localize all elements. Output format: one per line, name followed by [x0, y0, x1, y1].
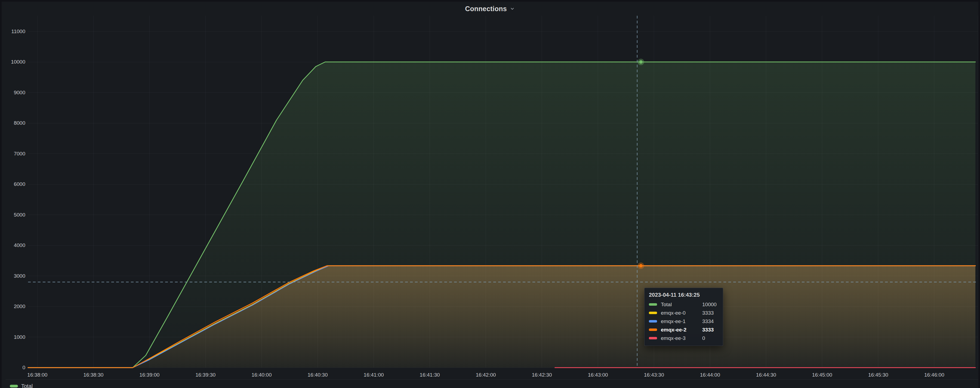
x-axis-tick-16:44:30: 16:44:30 — [743, 372, 789, 378]
x-axis-tick-16:42:00: 16:42:00 — [463, 372, 509, 378]
dashboard-gutter-left — [0, 0, 2, 388]
x-axis-tick-16:44:00: 16:44:00 — [687, 372, 733, 378]
y-axis-tick-2000: 2000 — [0, 303, 25, 310]
chart-canvas[interactable] — [0, 0, 980, 388]
tooltip-series-value: 3333 — [702, 327, 719, 333]
x-axis-tick-16:45:30: 16:45:30 — [855, 372, 901, 378]
tooltip-series-swatch — [649, 328, 657, 331]
time-series-chart[interactable]: 0100020003000400050006000700080009000100… — [0, 0, 980, 388]
y-axis-tick-0: 0 — [0, 364, 25, 371]
x-axis-tick-16:43:00: 16:43:00 — [575, 372, 621, 378]
legend-separator — [5, 379, 980, 380]
tooltip-series-label: emqx-ee-0 — [661, 310, 696, 316]
legend-label: Total — [21, 383, 33, 388]
legend: Total — [10, 382, 33, 388]
x-axis-tick-16:39:30: 16:39:30 — [182, 372, 229, 378]
tooltip-series-value: 10000 — [702, 302, 719, 307]
y-axis-tick-3000: 3000 — [0, 273, 25, 279]
tooltip-series-swatch — [649, 312, 657, 314]
y-axis-tick-1000: 1000 — [0, 334, 25, 340]
tooltip-row-Total: Total10000 — [649, 300, 719, 309]
x-axis-tick-16:40:00: 16:40:00 — [238, 372, 285, 378]
tooltip: 2023-04-11 16:43:25 Total10000emqx-ee-03… — [644, 288, 723, 346]
y-axis-tick-5000: 5000 — [0, 212, 25, 218]
legend-item-total[interactable]: Total — [10, 383, 33, 388]
dashboard-gutter-right — [978, 0, 980, 388]
tooltip-timestamp: 2023-04-11 16:43:25 — [649, 292, 719, 298]
dashboard-gutter-top — [0, 0, 980, 2]
x-axis-tick-16:45:00: 16:45:00 — [799, 372, 845, 378]
y-axis-tick-9000: 9000 — [0, 89, 25, 96]
x-axis-tick-16:46:00: 16:46:00 — [911, 372, 958, 378]
x-axis-tick-16:38:00: 16:38:00 — [14, 372, 60, 378]
tooltip-row-emqx-ee-0: emqx-ee-03333 — [649, 309, 719, 317]
panel-title[interactable]: Connections — [465, 5, 507, 13]
tooltip-series-list: Total10000emqx-ee-03333emqx-ee-13334emqx… — [649, 300, 719, 342]
y-axis-tick-11000: 11000 — [0, 28, 25, 35]
x-axis-tick-16:41:30: 16:41:30 — [407, 372, 453, 378]
tooltip-series-label: emqx-ee-3 — [661, 335, 696, 341]
chevron-down-icon[interactable] — [509, 6, 515, 11]
tooltip-series-value: 3334 — [702, 318, 719, 325]
tooltip-series-value: 0 — [702, 335, 719, 341]
y-axis-tick-6000: 6000 — [0, 181, 25, 187]
legend-swatch — [10, 385, 18, 388]
y-axis-tick-10000: 10000 — [0, 59, 25, 65]
tooltip-row-emqx-ee-2: emqx-ee-23333 — [649, 326, 719, 334]
tooltip-series-label: emqx-ee-2 — [661, 327, 696, 333]
y-axis-tick-8000: 8000 — [0, 120, 25, 126]
x-axis-tick-16:39:00: 16:39:00 — [126, 372, 172, 378]
x-axis-tick-16:43:30: 16:43:30 — [631, 372, 677, 378]
tooltip-series-swatch — [649, 337, 657, 339]
grafana-panel: 0100020003000400050006000700080009000100… — [0, 0, 980, 388]
y-axis-tick-4000: 4000 — [0, 242, 25, 249]
tooltip-row-emqx-ee-3: emqx-ee-30 — [649, 334, 719, 342]
y-axis-tick-7000: 7000 — [0, 150, 25, 157]
tooltip-series-swatch — [649, 320, 657, 323]
hover-point-Total — [640, 60, 643, 63]
tooltip-row-emqx-ee-1: emqx-ee-13334 — [649, 317, 719, 326]
tooltip-series-swatch — [649, 303, 657, 306]
hover-point-emqx-ee-2 — [640, 264, 643, 268]
x-axis-tick-16:40:30: 16:40:30 — [295, 372, 341, 378]
x-axis-tick-16:42:30: 16:42:30 — [519, 372, 565, 378]
panel-header[interactable]: Connections — [0, 2, 980, 16]
tooltip-series-label: emqx-ee-1 — [661, 318, 696, 325]
tooltip-series-label: Total — [661, 302, 696, 307]
x-axis-tick-16:41:00: 16:41:00 — [351, 372, 397, 378]
tooltip-series-value: 3333 — [702, 310, 719, 316]
x-axis-tick-16:38:30: 16:38:30 — [70, 372, 116, 378]
